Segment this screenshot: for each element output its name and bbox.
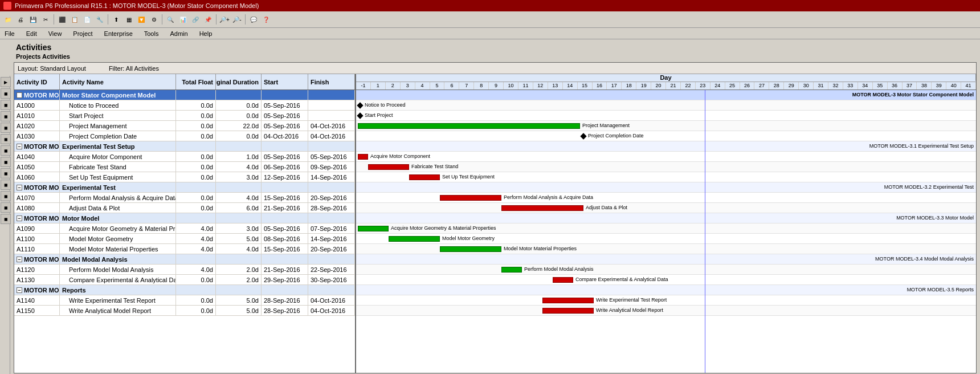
- menu-view[interactable]: View: [46, 30, 64, 38]
- gantt-row[interactable]: Fabricate Test Stand: [356, 162, 976, 172]
- menu-project[interactable]: Project: [71, 30, 95, 38]
- toolbar-btn-12[interactable]: ⚙: [148, 14, 160, 25]
- gantt-row[interactable]: MOTOR MODEL-3.2 Experimental Test: [356, 182, 976, 193]
- gantt-row[interactable]: Perform Model Modal Analysis: [356, 265, 976, 275]
- nav-item-3[interactable]: ◼: [1, 100, 11, 110]
- toolbar-btn-9[interactable]: ⬆: [111, 14, 122, 25]
- table-row[interactable]: A1020Project Management0.0d22.0d05-Sep-2…: [14, 121, 355, 131]
- table-row[interactable]: A1050Fabricate Test Stand0.0d4.0d06-Sep-…: [14, 162, 355, 172]
- nav-item-12[interactable]: ◼: [1, 202, 11, 213]
- toolbar-btn-20[interactable]: ❓: [260, 14, 272, 25]
- table-row[interactable]: A1120Perform Model Modal Analysis4.0d2.0…: [14, 265, 355, 275]
- gantt-row[interactable]: Set Up Test Equipment: [356, 172, 976, 182]
- th-activity-name[interactable]: Activity Name: [60, 74, 176, 90]
- toolbar-btn-10[interactable]: ▦: [123, 14, 134, 25]
- table-row[interactable]: −MOTOR MODEL-3.2Experimental Test: [14, 182, 355, 193]
- gantt-row[interactable]: Write Experimental Test Report: [356, 295, 976, 306]
- expand-icon[interactable]: −: [17, 185, 22, 190]
- expand-icon[interactable]: −: [17, 287, 22, 293]
- table-row[interactable]: −MOTOR MODEL-3.4Model Modal Analysis: [14, 254, 355, 265]
- td-start: 15-Sep-2016: [262, 193, 308, 202]
- gantt-row[interactable]: Project Management: [356, 121, 976, 131]
- toolbar-btn-13[interactable]: 🔍: [165, 14, 176, 25]
- gantt-row[interactable]: Model Motor Geometry: [356, 234, 976, 244]
- table-row[interactable]: −MOTOR MODEL-3.1Experimental Test Setup: [14, 141, 355, 152]
- toolbar-btn-17[interactable]: 🔎+: [219, 14, 230, 25]
- menu-file[interactable]: File: [2, 30, 17, 38]
- menu-edit[interactable]: Edit: [24, 30, 39, 38]
- table-row[interactable]: A1110Model Motor Material Properties4.0d…: [14, 244, 355, 254]
- expand-icon[interactable]: −: [17, 92, 22, 98]
- table-row[interactable]: A1130Compare Experimental & Analytical D…: [14, 275, 355, 285]
- gantt-row[interactable]: Compare Experimental & Analytical Data: [356, 275, 976, 285]
- toolbar-btn-14[interactable]: 📊: [177, 14, 189, 25]
- toolbar-btn-6[interactable]: 📋: [69, 14, 80, 25]
- td-total-float: 4.0d: [176, 265, 216, 274]
- th-activity-id[interactable]: Activity ID: [14, 74, 60, 90]
- table-row[interactable]: −MOTOR MODEL-3.5Reports: [14, 285, 355, 295]
- toolbar-btn-5[interactable]: ⬛: [56, 14, 68, 25]
- nav-item-1[interactable]: ▶: [1, 77, 11, 87]
- th-total-float[interactable]: Total Float: [176, 74, 216, 90]
- nav-item-11[interactable]: ◼: [1, 191, 11, 201]
- expand-icon[interactable]: −: [17, 257, 22, 262]
- toolbar-btn-16[interactable]: 📌: [202, 14, 214, 25]
- gantt-row[interactable]: Project Completion Date: [356, 131, 976, 141]
- gantt-row[interactable]: Adjust Data & Plot: [356, 203, 976, 213]
- td-start: 05-Sep-2016: [262, 121, 308, 131]
- nav-item-9[interactable]: ◼: [1, 168, 11, 178]
- table-row[interactable]: A1000Notice to Proceed0.0d0.0d05-Sep-201…: [14, 100, 355, 111]
- gantt-row[interactable]: Model Motor Material Properties: [356, 244, 976, 254]
- nav-item-5[interactable]: ◼: [1, 123, 11, 133]
- table-row[interactable]: A1070Perform Modal Analysis & Acquire Da…: [14, 193, 355, 203]
- th-orig-dur[interactable]: Original Duration: [216, 74, 262, 90]
- gantt-row[interactable]: Perform Modal Analysis & Acquire Data: [356, 193, 976, 203]
- nav-item-13[interactable]: ◼: [1, 214, 11, 224]
- gantt-row[interactable]: MOTOR MODEL-3.5 Reports: [356, 285, 976, 295]
- nav-item-6[interactable]: ◼: [1, 134, 11, 144]
- nav-item-8[interactable]: ◼: [1, 157, 11, 167]
- gantt-row[interactable]: Acquire Motor Geometry & Material Proper…: [356, 223, 976, 234]
- gantt-row[interactable]: Write Analytical Model Report: [356, 306, 976, 316]
- gantt-row[interactable]: MOTOR MODEL-3.4 Model Modal Analysis: [356, 254, 976, 265]
- table-row[interactable]: A1040Acquire Motor Component0.0d1.0d05-S…: [14, 152, 355, 162]
- menu-tools[interactable]: Tools: [142, 30, 161, 38]
- toolbar-btn-8[interactable]: 🔧: [94, 14, 105, 25]
- table-row[interactable]: A1090Acquire Motor Geometry & Material P…: [14, 223, 355, 234]
- table-row[interactable]: A1080Adjust Data & Plot0.0d6.0d21-Sep-20…: [14, 203, 355, 213]
- gantt-row[interactable]: MOTOR MODEL-3.1 Experimental Test Setup: [356, 141, 976, 152]
- menu-enterprise[interactable]: Enterprise: [102, 30, 135, 38]
- table-row[interactable]: A1060Set Up Test Equipment0.0d3.0d12-Sep…: [14, 172, 355, 182]
- toolbar-btn-15[interactable]: 🔗: [190, 14, 201, 25]
- nav-item-4[interactable]: ◼: [1, 111, 11, 121]
- expand-icon[interactable]: −: [17, 144, 22, 149]
- toolbar-btn-4[interactable]: ✂: [40, 14, 51, 25]
- gantt-row[interactable]: MOTOR MODEL-3.3 Motor Model: [356, 213, 976, 223]
- toolbar-btn-11[interactable]: 🔽: [136, 14, 147, 25]
- th-start[interactable]: Start: [262, 74, 308, 90]
- table-row[interactable]: A1030Project Completion Date0.0d0.0d04-O…: [14, 131, 355, 141]
- table-row[interactable]: A1140Write Experimental Test Report0.0d5…: [14, 295, 355, 306]
- toolbar-btn-19[interactable]: 💬: [248, 14, 259, 25]
- gantt-row[interactable]: Acquire Motor Component: [356, 152, 976, 162]
- table-row[interactable]: −MOTOR MODEL-3Motor Stator Component Mod…: [14, 90, 355, 100]
- toolbar-btn-2[interactable]: 🖨: [15, 14, 26, 25]
- gantt-row[interactable]: MOTOR MODEL-3 Motor Stator Component Mod…: [356, 90, 976, 100]
- table-row[interactable]: −MOTOR MODEL-3.3Motor Model: [14, 213, 355, 223]
- th-finish[interactable]: Finish: [308, 74, 355, 90]
- nav-item-2[interactable]: ◼: [1, 88, 11, 99]
- toolbar-btn-3[interactable]: 💾: [27, 14, 39, 25]
- nav-item-7[interactable]: ◼: [1, 145, 11, 156]
- toolbar-btn-1[interactable]: 📁: [2, 14, 14, 25]
- nav-item-10[interactable]: ◼: [1, 180, 11, 190]
- toolbar-btn-7[interactable]: 📄: [81, 14, 93, 25]
- toolbar-btn-18[interactable]: 🔎-: [231, 14, 243, 25]
- menu-admin[interactable]: Admin: [168, 30, 190, 38]
- menu-help[interactable]: Help: [197, 30, 215, 38]
- table-row[interactable]: A1150Write Analytical Model Report0.0d5.…: [14, 306, 355, 316]
- table-row[interactable]: A1100Model Motor Geometry4.0d5.0d08-Sep-…: [14, 234, 355, 244]
- table-row[interactable]: A1010Start Project0.0d0.0d05-Sep-2016: [14, 111, 355, 121]
- gantt-row[interactable]: Notice to Proceed: [356, 100, 976, 111]
- gantt-row[interactable]: Start Project: [356, 111, 976, 121]
- expand-icon[interactable]: −: [17, 216, 22, 221]
